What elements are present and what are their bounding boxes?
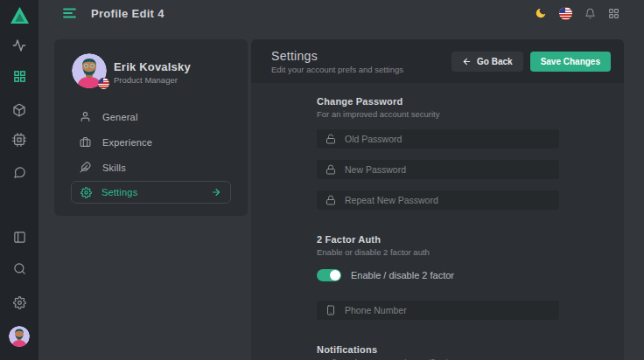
change-password-subtitle: For an improved account security <box>317 109 559 119</box>
menu-toggle-icon[interactable] <box>63 8 76 18</box>
go-back-button[interactable]: Go Back <box>452 52 523 72</box>
profile-avatar <box>72 53 107 88</box>
profile-card: Erik Kovalsky Product Manager General Ex… <box>54 39 248 216</box>
chat-icon[interactable] <box>0 166 38 179</box>
two-factor-toggle[interactable] <box>317 269 341 281</box>
box-icon[interactable] <box>0 103 38 117</box>
language-us-flag-icon[interactable] <box>559 7 572 20</box>
app-logo-icon[interactable] <box>0 6 38 24</box>
unlock-icon <box>326 134 336 144</box>
menu-item-settings[interactable]: Settings <box>71 181 231 204</box>
menu-item-general[interactable]: General <box>80 111 138 122</box>
dark-mode-moon-icon[interactable] <box>535 7 547 19</box>
settings-panel: Settings Edit your account prefs and set… <box>251 39 624 360</box>
menu-item-label: Settings <box>102 187 137 197</box>
notifications-title: Notifications <box>317 344 559 355</box>
lock-icon <box>326 195 336 205</box>
settings-subtitle: Edit your account prefs and settings <box>271 65 403 74</box>
new-password-field[interactable] <box>317 160 559 179</box>
arrow-left-icon <box>462 57 472 66</box>
go-back-label: Go Back <box>477 57 513 66</box>
profile-role: Product Manager <box>114 75 178 85</box>
change-password-title: Change Password <box>317 96 559 107</box>
menu-item-skills[interactable]: Skills <box>80 162 126 173</box>
layout-panel-icon[interactable] <box>0 231 38 244</box>
menu-item-experience[interactable]: Experience <box>80 136 152 148</box>
profile-name: Erik Kovalsky <box>114 60 191 73</box>
menu-item-label: Skills <box>102 163 126 173</box>
settings-panel-header: Settings Edit your account prefs and set… <box>251 39 624 83</box>
old-password-input[interactable] <box>345 134 550 144</box>
settings-gear-icon[interactable] <box>0 296 38 309</box>
sidebar-user-avatar[interactable] <box>9 326 30 347</box>
feather-icon <box>80 162 91 173</box>
arrow-right-icon <box>211 187 221 197</box>
repeat-password-input[interactable] <box>345 195 550 205</box>
gear-icon <box>80 187 92 198</box>
icon-sidebar <box>0 0 38 360</box>
phone-number-input[interactable] <box>345 305 550 315</box>
save-changes-label: Save Changes <box>541 57 600 66</box>
user-icon <box>80 111 91 122</box>
two-factor-toggle-label: Enable / disable 2 factor <box>351 270 454 280</box>
menu-item-label: Experience <box>102 137 152 148</box>
save-changes-button[interactable]: Save Changes <box>530 52 611 72</box>
old-password-field[interactable] <box>317 129 559 149</box>
smartphone-icon <box>326 305 336 315</box>
settings-form: Change Password For an improved account … <box>317 96 559 360</box>
two-factor-subtitle: Enable or disable 2 factor auth <box>317 247 559 257</box>
briefcase-icon <box>80 136 91 148</box>
toggle-knob <box>330 270 340 280</box>
phone-number-field[interactable] <box>317 301 559 320</box>
top-bar: Profile Edit 4 <box>38 0 644 26</box>
avatar-country-flag-icon <box>98 78 109 89</box>
cpu-icon[interactable] <box>0 133 38 147</box>
settings-title: Settings <box>271 49 403 63</box>
menu-item-label: General <box>102 112 138 122</box>
lock-icon <box>326 164 336 175</box>
notifications-bell-icon[interactable] <box>584 8 596 19</box>
page-title: Profile Edit 4 <box>91 7 164 20</box>
repeat-password-field[interactable] <box>317 190 559 210</box>
new-password-input[interactable] <box>345 164 550 175</box>
search-icon[interactable] <box>0 262 38 275</box>
activity-icon[interactable] <box>0 38 38 52</box>
apps-grid-icon[interactable] <box>608 8 620 19</box>
dashboard-grid-icon[interactable] <box>0 70 38 83</box>
two-factor-title: 2 Factor Auth <box>317 234 559 245</box>
